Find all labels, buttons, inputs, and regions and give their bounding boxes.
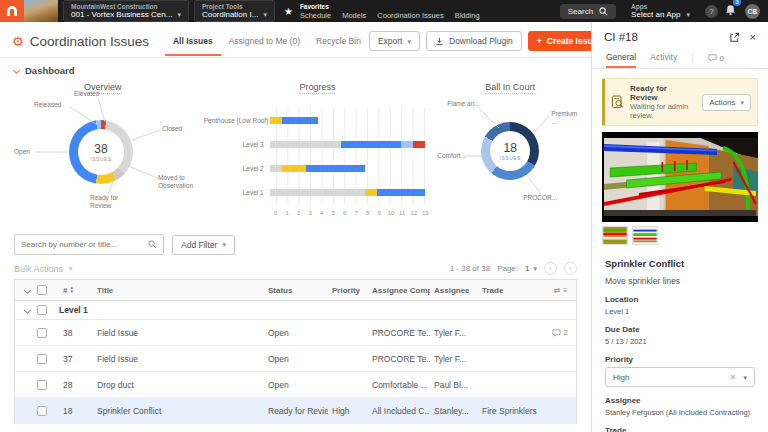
table-row[interactable]: 18Sprinkler ConflictReady for ReviewHigh… [15,398,576,424]
banner-note: Waiting for admin review. [630,102,696,120]
favorite-star-icon[interactable]: ★ [284,6,293,17]
project-switcher[interactable]: MountainWest Construction 001 - Vortex B… [63,0,189,22]
column-trade[interactable]: Trade [478,286,538,295]
bar-segment-open[interactable] [306,165,366,172]
actions-button[interactable]: Actions ▾ [702,94,751,111]
main-area: ⚙ Coordination Issues All Issues Assigne… [0,22,592,432]
create-issue-button[interactable]: + Create Issue [528,31,592,51]
tab-assigned-to-me[interactable]: Assigned to Me (0) [221,27,308,56]
dashboard-toggle[interactable]: Dashboard [0,58,591,78]
donut-label: Ready for Review [90,194,132,209]
cell-title: Drop duct [93,380,264,390]
row-checkbox[interactable] [37,328,47,338]
donut-label: Flame an... [447,100,480,108]
cell-assignee: Tyler F... [430,328,478,338]
table-row[interactable]: 28Drop ductOpenComfortable ...Paul Bl... [15,372,576,398]
bar-segment-closed[interactable] [270,141,342,148]
due-date-label: Due Date [605,325,755,334]
column-assignee-company[interactable]: Assignee Company [368,286,430,295]
bar-segment-closed[interactable] [270,165,282,172]
snapshot-thumbnails [602,226,758,245]
column-status[interactable]: Status [264,286,328,295]
table-menu-icon[interactable]: ≡ [563,286,568,295]
bulk-actions-button[interactable]: Bulk Actions ▾ [14,264,73,274]
favorites-links: ScheduleModelsCoordination IssuesBidding [300,11,480,20]
cell-title: Field Issue [93,328,264,338]
apps-selector[interactable]: Apps Select an App▾ [624,0,697,22]
group-row-level-1[interactable]: Level 1 [15,301,576,320]
x-tick-label: 6 [343,210,346,216]
comments-indicator[interactable]: 0 [708,54,724,63]
row-comments-badge[interactable]: 2 [552,328,568,337]
prev-page-button[interactable]: ‹ [544,262,557,275]
project-photo-thumbnail[interactable] [24,0,58,22]
collapse-group-icon[interactable] [24,306,31,313]
open-in-new-icon[interactable] [729,32,740,43]
bar-segment-open[interactable] [377,189,425,196]
help-button[interactable]: ? [705,5,718,18]
close-icon[interactable]: × [750,32,756,43]
progress-chart-title: Progress [198,82,438,92]
location-value: Level 1 [605,307,755,316]
tab-recycle-bin[interactable]: Recycle Bin [308,27,369,56]
user-avatar[interactable]: CB [745,4,760,19]
snapshot-thumbnail-2[interactable] [632,226,658,245]
column-priority[interactable]: Priority [328,286,368,295]
notifications-button[interactable]: 3 [725,2,736,20]
priority-select[interactable]: High × ▾ [605,367,755,387]
procore-logo[interactable] [0,0,24,22]
cell-company: Comfortable ... [368,380,430,390]
x-tick-label: 11 [399,210,405,216]
tool-switcher[interactable]: Project Tools Coordination I...▾ [194,0,275,22]
comment-count: 0 [720,54,724,63]
cell-title: Sprinkler Conflict [93,406,264,416]
column-title[interactable]: Title [93,286,264,295]
cell-company: PROCORE Te... [368,328,430,338]
add-filter-button[interactable]: Add Filter ▾ [172,235,235,255]
column-assignee[interactable]: Assignee [430,286,478,295]
download-plugin-button[interactable]: Download Plugin [426,31,522,51]
table-row[interactable]: 38Field IssueOpenPROCORE Te...Tyler F...… [15,320,576,346]
bar-segment-released[interactable] [401,141,413,148]
page-select[interactable]: 1▾ [525,264,537,273]
export-label: Export [378,36,403,46]
company-name: MountainWest Construction [71,3,181,10]
next-page-button[interactable]: › [564,262,577,275]
assignee-value: Stanley Ferguson (All Included Contracti… [605,408,755,417]
snapshot-thumbnail-1[interactable] [602,226,628,245]
resize-columns-icon[interactable]: ⇄ [554,286,561,295]
select-all-checkbox[interactable] [37,285,47,295]
favorite-link[interactable]: Schedule [300,11,331,20]
column-number[interactable]: #▲▼ [59,286,93,295]
bar-segment-ready[interactable] [365,189,377,196]
bar-segment-open[interactable] [341,141,401,148]
bar-segment-elevated[interactable] [413,141,425,148]
review-status-banner: Ready for Review Waiting for admin revie… [602,78,758,126]
row-checkbox[interactable] [37,354,47,364]
global-search-button[interactable]: Search [560,4,616,19]
favorite-link[interactable]: Coordination Issues [377,11,443,20]
bar-segment-ready[interactable] [270,117,282,124]
row-checkbox[interactable] [37,406,47,416]
issue-description: Move sprinkler lines [605,276,755,286]
cell-company: All Included C... [368,406,430,416]
panel-tab-general[interactable]: General [606,48,636,68]
table-row[interactable]: 37Field IssueOpenPROCORE Te...Tyler F... [15,346,576,372]
cell-trade: Fire Sprinklers [478,406,538,416]
bar-segment-closed[interactable] [270,189,366,196]
collapse-all-icon[interactable] [24,286,31,293]
export-button[interactable]: Export ▾ [369,31,420,51]
bar-segment-ready[interactable] [282,165,306,172]
clear-icon[interactable]: × [730,372,735,382]
tab-all-issues[interactable]: All Issues [165,27,221,56]
favorite-link[interactable]: Models [342,11,366,20]
row-checkbox[interactable] [37,380,47,390]
group-checkbox[interactable] [37,305,47,315]
panel-tab-activity[interactable]: Activity [650,48,677,68]
caret-down-icon: ▾ [69,265,73,272]
favorite-link[interactable]: Bidding [455,11,480,20]
sort-icon[interactable]: ▲▼ [69,286,73,294]
search-input[interactable] [21,240,148,249]
bar-segment-open[interactable] [282,117,318,124]
donut-label: Comfort... [437,152,466,160]
